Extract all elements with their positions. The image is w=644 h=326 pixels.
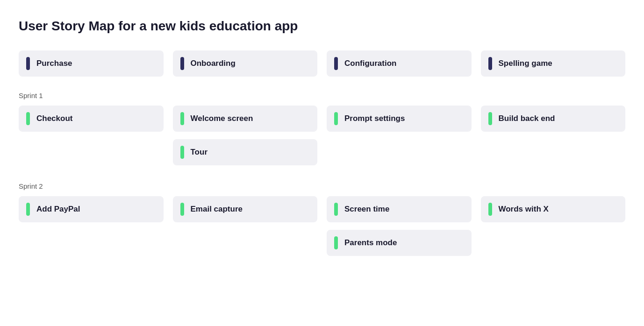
accent-bar-purchase: [26, 57, 30, 70]
accent-bar-spelling-game: [488, 57, 492, 70]
accent-bar-checkout: [26, 112, 30, 125]
accent-bar-add-paypal: [26, 203, 30, 216]
accent-bar-onboarding: [180, 57, 184, 70]
accent-bar-welcome-screen: [180, 112, 184, 125]
epic-configuration[interactable]: Configuration: [327, 50, 472, 77]
story-build-back-end[interactable]: Build back end: [481, 106, 626, 132]
story-add-paypal-label: Add PayPal: [36, 205, 80, 214]
story-parents-mode-label: Parents mode: [344, 238, 397, 248]
story-screen-time[interactable]: Screen time: [327, 196, 472, 222]
accent-bar-email-capture: [180, 203, 184, 216]
story-tour-label: Tour: [191, 148, 208, 157]
story-words-with-x[interactable]: Words with X: [481, 196, 626, 222]
accent-bar-parents-mode: [334, 236, 338, 249]
story-words-with-x-label: Words with X: [499, 205, 549, 214]
sprint1-label-row: Sprint 1: [19, 92, 625, 100]
story-build-back-end-label: Build back end: [499, 114, 555, 123]
sprint2-stories-row1: Add PayPal Email capture Screen time Wor…: [19, 196, 625, 230]
epic-onboarding[interactable]: Onboarding: [173, 50, 318, 77]
story-parents-mode[interactable]: Parents mode: [327, 230, 472, 256]
accent-bar-tour: [180, 146, 184, 159]
story-tour[interactable]: Tour: [173, 139, 318, 165]
accent-bar-configuration: [334, 57, 338, 70]
epic-spelling-game-label: Spelling game: [499, 59, 552, 68]
story-prompt-settings-label: Prompt settings: [344, 114, 405, 123]
story-screen-time-label: Screen time: [344, 205, 389, 214]
story-welcome-screen-label: Welcome screen: [191, 114, 253, 123]
page-title: User Story Map for a new kids education …: [19, 19, 625, 34]
accent-bar-screen-time: [334, 203, 338, 216]
sprint2-stories-row2: Parents mode: [19, 230, 625, 263]
accent-bar-prompt-settings: [334, 112, 338, 125]
story-prompt-settings[interactable]: Prompt settings: [327, 106, 472, 132]
sprint2-label-row: Sprint 2: [19, 182, 625, 191]
story-checkout-label: Checkout: [36, 114, 72, 123]
story-email-capture-label: Email capture: [191, 205, 243, 214]
accent-bar-build-back-end: [488, 112, 492, 125]
epics-row: Purchase Onboarding Configuration Spelli…: [19, 50, 625, 84]
epic-configuration-label: Configuration: [344, 59, 396, 68]
sprint1-label: Sprint 1: [19, 92, 43, 99]
epic-purchase[interactable]: Purchase: [19, 50, 164, 77]
epic-spelling-game[interactable]: Spelling game: [481, 50, 626, 77]
accent-bar-words-with-x: [488, 203, 492, 216]
epic-onboarding-label: Onboarding: [191, 59, 236, 68]
story-welcome-screen[interactable]: Welcome screen: [173, 106, 318, 132]
sprint1-stories-row2: Tour: [19, 139, 625, 173]
story-add-paypal[interactable]: Add PayPal: [19, 196, 164, 222]
sprint2-label: Sprint 2: [19, 182, 43, 190]
story-map: Purchase Onboarding Configuration Spelli…: [19, 50, 625, 263]
story-checkout[interactable]: Checkout: [19, 106, 164, 132]
sprint1-stories-row1: Checkout Welcome screen Prompt settings …: [19, 106, 625, 139]
epic-purchase-label: Purchase: [36, 59, 72, 68]
story-email-capture[interactable]: Email capture: [173, 196, 318, 222]
